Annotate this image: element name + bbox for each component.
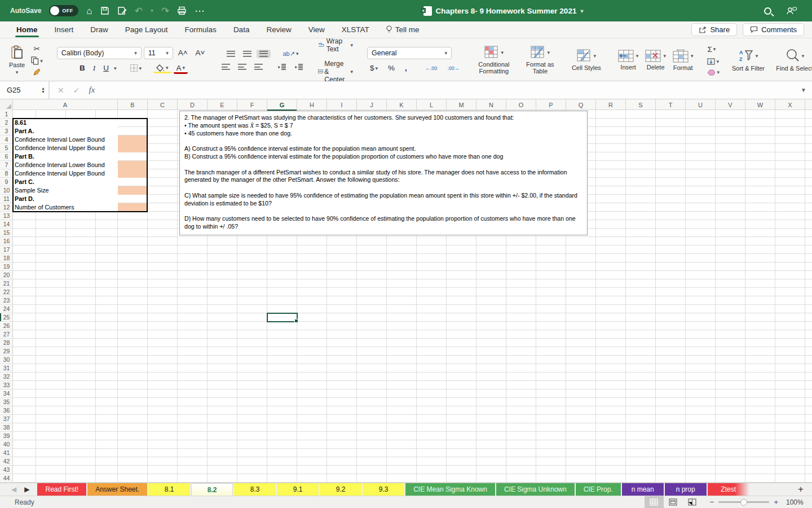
cell-A11[interactable]: Part D. (13, 195, 118, 203)
redo-icon[interactable]: ↷ (161, 6, 169, 16)
undo-icon[interactable]: ↶ (135, 6, 143, 16)
save-as-icon[interactable] (117, 6, 127, 15)
tab-draw[interactable]: Draw (82, 23, 117, 37)
home-icon[interactable]: ⌂ (86, 6, 92, 16)
decrease-indent-button[interactable] (275, 63, 289, 72)
sheet-tab-cie-prop.[interactable]: CIE Prop. (576, 483, 621, 496)
cell-A2[interactable]: 8.61 (13, 119, 118, 127)
decrease-decimal-button[interactable]: .00→ (444, 64, 462, 72)
row-header-6[interactable]: 6 (0, 152, 13, 161)
insert-cells-button[interactable]: ▾ Insert (618, 50, 639, 71)
format-cells-button[interactable]: ▾ Format (673, 49, 694, 71)
decrease-font-button[interactable]: A˅ (193, 47, 208, 58)
row-header-30[interactable]: 30 (0, 356, 13, 364)
cell-A7[interactable]: Confidence Interval Lower Bound (13, 161, 118, 169)
column-header-J[interactable]: J (357, 99, 387, 110)
sheet-nav-right-icon[interactable]: ▶ (24, 485, 29, 493)
align-center-button[interactable] (235, 63, 249, 71)
cancel-icon[interactable]: ✕ (58, 86, 64, 95)
increase-decimal-button[interactable]: ←.00 (422, 64, 440, 72)
sheet-tab-n-mean[interactable]: n mean (622, 483, 664, 496)
row-header-20[interactable]: 20 (0, 271, 13, 279)
row-header-4[interactable]: 4 (0, 135, 13, 144)
column-header-T[interactable]: T (656, 99, 686, 110)
row-header-33[interactable]: 33 (0, 381, 13, 389)
cell-A3[interactable]: Part A. (13, 127, 118, 135)
sheet-tab-answer-sheet.[interactable]: Answer Sheet. (87, 483, 147, 496)
comma-style-button[interactable]: , (402, 63, 410, 73)
column-header-W[interactable]: W (745, 99, 775, 110)
merge-center-button[interactable]: Merge & Center ▾ (315, 59, 356, 85)
page-break-view-button[interactable] (683, 496, 702, 508)
paste-dropdown-icon[interactable]: ▾ (16, 69, 19, 75)
currency-button[interactable]: $ ▾ (367, 63, 381, 73)
sheet-tab-8.2[interactable]: 8.2 (191, 483, 233, 496)
document-title-area[interactable]: Chapters 8- 9 Homework Summer 2021 ▾ (242, 6, 764, 16)
row-header-25[interactable]: 25 (0, 313, 13, 322)
column-header-B[interactable]: B (118, 99, 148, 110)
zoom-out-icon[interactable]: − (710, 498, 714, 506)
increase-font-button[interactable]: A˄ (175, 47, 191, 58)
column-header-U[interactable]: U (686, 99, 716, 110)
increase-indent-button[interactable] (292, 63, 306, 72)
tab-formulas[interactable]: Formulas (176, 23, 225, 37)
column-header-G[interactable]: G (267, 99, 297, 110)
cell-B5-input[interactable] (118, 144, 148, 152)
add-sheet-button[interactable]: + (789, 483, 812, 496)
sheet-tab-9.2[interactable]: 9.2 (320, 483, 361, 496)
row-header-35[interactable]: 35 (0, 398, 13, 406)
sheet-tab-cie-mean-sigma-known[interactable]: CIE Mean Sigma Known (405, 483, 495, 496)
tab-view[interactable]: View (300, 23, 333, 37)
row-header-8[interactable]: 8 (0, 169, 13, 178)
column-header-V[interactable]: V (716, 99, 745, 110)
cell-A5[interactable]: Confidence Interval Upper Bound (13, 144, 118, 152)
sheet-nav-left-icon[interactable]: ◀ (11, 485, 16, 493)
font-size-select[interactable]: 11▾ (144, 47, 173, 59)
row-header-34[interactable]: 34 (0, 389, 13, 398)
column-header-D[interactable]: D (178, 99, 208, 110)
sheet-tab-9.3[interactable]: 9.3 (363, 483, 404, 496)
fill-color-button[interactable]: ▾ (153, 63, 171, 73)
autosave-toggle[interactable]: OFF (49, 5, 78, 16)
row-header-7[interactable]: 7 (0, 161, 13, 169)
title-dropdown-icon[interactable]: ▾ (580, 8, 583, 14)
fill-button[interactable]: ▾ (704, 57, 722, 66)
format-as-table-button[interactable]: ▾ Format as Table (520, 46, 561, 75)
zoom-in-icon[interactable]: + (774, 498, 778, 506)
row-header-2[interactable]: 2 (0, 119, 13, 127)
row-header-5[interactable]: 5 (0, 144, 13, 152)
enter-icon[interactable]: ✓ (73, 86, 80, 95)
row-header-44[interactable]: 44 (0, 474, 13, 483)
column-header-I[interactable]: I (327, 99, 357, 110)
align-top-button[interactable] (224, 50, 238, 58)
selected-cell-G25[interactable] (267, 313, 298, 322)
insert-function-icon[interactable]: fx (89, 85, 95, 95)
column-header-O[interactable]: O (506, 99, 536, 110)
tab-tell-me[interactable]: Tell me (378, 23, 428, 37)
cell-A6[interactable]: Part B. (13, 152, 118, 161)
row-header-27[interactable]: 27 (0, 330, 13, 339)
tab-review[interactable]: Review (258, 23, 299, 37)
format-painter-button[interactable] (30, 67, 44, 77)
column-header-Q[interactable]: Q (566, 99, 596, 110)
search-icon[interactable] (764, 7, 771, 15)
tab-page-layout[interactable]: Page Layout (117, 23, 176, 37)
column-header-L[interactable]: L (417, 99, 447, 110)
column-header-R[interactable]: R (596, 99, 626, 110)
bold-button[interactable]: B (77, 63, 88, 73)
more-icon[interactable]: ⋯ (195, 6, 204, 16)
font-color-button[interactable]: A ▾ (174, 63, 188, 74)
name-box-spinner[interactable]: ▲▼ (41, 87, 45, 94)
sheet-tab-ztest[interactable]: Ztest (708, 483, 749, 496)
align-left-button[interactable] (219, 63, 233, 71)
borders-button[interactable]: ▾ (127, 63, 145, 73)
cell-A12[interactable]: Number of Customers (13, 203, 118, 212)
row-header-23[interactable]: 23 (0, 296, 13, 305)
row-header-15[interactable]: 15 (0, 229, 13, 237)
row-header-39[interactable]: 39 (0, 432, 13, 440)
tab-data[interactable]: Data (225, 23, 258, 37)
row-header-24[interactable]: 24 (0, 305, 13, 313)
font-name-select[interactable]: Calibri (Body)▾ (57, 47, 142, 59)
column-header-K[interactable]: K (387, 99, 417, 110)
row-header-16[interactable]: 16 (0, 237, 13, 246)
